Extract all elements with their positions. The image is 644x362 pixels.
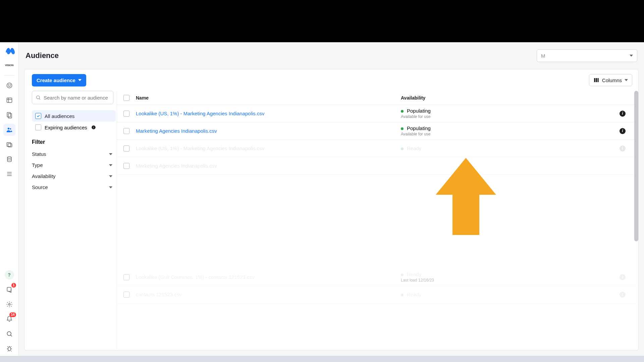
badge-count: 14: [9, 312, 16, 317]
columns-label: Columns: [602, 77, 622, 83]
status-dot-icon: [401, 294, 404, 296]
status-dot-icon: [401, 147, 404, 150]
nav-billing-icon[interactable]: [3, 138, 15, 150]
table-row[interactable]: Lookalike (US, 1%) - Marketing Agencies …: [117, 140, 638, 157]
nav-campaigns-icon[interactable]: [3, 94, 15, 106]
chevron-down-icon: [109, 186, 112, 188]
chevron-down-icon: [109, 164, 112, 166]
select-all-checkbox[interactable]: [123, 95, 129, 101]
svg-rect-4: [7, 113, 10, 117]
chevron-down-icon: [625, 79, 628, 81]
table-row[interactable]: Marketing Agencies Indianapolis.csvPopul…: [117, 122, 638, 140]
table-row[interactable]: Lookalike (Gulf Countries, 1%) - contact…: [117, 268, 638, 286]
status-dot-icon: [401, 274, 404, 276]
columns-button[interactable]: Columns: [589, 74, 632, 86]
filter-status[interactable]: Status: [32, 148, 112, 160]
column-header-name[interactable]: Name: [136, 95, 401, 101]
svg-point-14: [8, 347, 10, 351]
chevron-down-icon: [109, 175, 112, 177]
chevron-down-icon: [630, 55, 633, 57]
audience-set-expiring[interactable]: Expiring audiences i: [32, 122, 116, 133]
info-icon[interactable]: i: [620, 274, 626, 280]
svg-rect-3: [7, 98, 12, 102]
nav-search-icon[interactable]: [3, 328, 15, 340]
search-icon: [36, 95, 41, 100]
info-icon[interactable]: i: [620, 145, 626, 152]
row-checkbox[interactable]: [123, 145, 129, 152]
status-subtext: Available for use: [401, 132, 620, 136]
svg-point-12: [8, 304, 10, 305]
filter-label: Availability: [32, 173, 56, 179]
filter-source[interactable]: Source: [32, 182, 112, 193]
nav-overview-icon[interactable]: [3, 79, 15, 92]
nav-account-quality-icon[interactable]: 1: [3, 284, 15, 296]
ad-account-dropdown-text: M: [541, 53, 545, 59]
checkbox-checked-icon: [35, 113, 41, 119]
table-row[interactable]: contacts 121523.csvReadyi: [117, 286, 638, 303]
filter-type[interactable]: Type: [32, 160, 112, 171]
help-chip-icon[interactable]: ?: [5, 270, 14, 280]
columns-icon: [593, 77, 599, 83]
create-audience-button[interactable]: Create audience: [32, 74, 86, 86]
filter-availability[interactable]: Availability: [32, 171, 112, 182]
browser-top-black-bar: [0, 0, 644, 42]
info-icon[interactable]: i: [620, 292, 626, 298]
info-icon[interactable]: i: [620, 111, 626, 117]
row-checkbox[interactable]: [123, 128, 129, 134]
vertical-scrollbar[interactable]: [634, 91, 638, 241]
info-icon[interactable]: i: [620, 128, 626, 134]
status-text: Ready: [407, 272, 421, 277]
table-row[interactable]: Lookalike (US, 1%) - Marketing Agencies …: [117, 105, 638, 122]
audience-set-all[interactable]: All audiences: [32, 110, 116, 122]
svg-point-10: [7, 157, 11, 159]
ad-account-dropdown[interactable]: M: [537, 49, 637, 62]
audience-set-all-label: All audiences: [45, 113, 74, 119]
audience-name-link[interactable]: Lookalike (US, 1%) - Marketing Agencies …: [136, 111, 265, 116]
status-text: Ready: [407, 292, 421, 297]
svg-point-0: [7, 83, 12, 88]
nav-settings-icon[interactable]: [3, 298, 15, 310]
filter-label: Source: [32, 184, 48, 190]
audience-set-expiring-label: Expiring audiences: [45, 125, 87, 130]
nav-notifications-icon[interactable]: 14: [3, 313, 15, 325]
svg-text:i: i: [93, 126, 94, 129]
panel-toolbar: Create audience Columns: [24, 69, 638, 91]
search-input[interactable]: [44, 95, 110, 101]
search-container[interactable]: [32, 91, 113, 104]
nav-audiences-icon[interactable]: [3, 124, 15, 136]
svg-rect-15: [594, 78, 595, 82]
audiences-table: Name Availability Lookalike (US, 1%) - M…: [117, 91, 638, 350]
audience-name-link[interactable]: contacts 121523.csv: [136, 292, 182, 297]
badge-count: 1: [11, 283, 16, 288]
status-subtext: Last load 12/16/23: [401, 278, 620, 283]
left-navigation-rail: VISION ? 1: [0, 42, 19, 356]
svg-rect-5: [8, 114, 11, 118]
row-checkbox[interactable]: [123, 163, 129, 169]
svg-rect-11: [7, 287, 11, 291]
status-dot-icon: [401, 110, 404, 113]
audience-name-link[interactable]: Marketing Agencies Indianapolis.csv: [136, 163, 217, 169]
svg-rect-16: [596, 78, 597, 82]
nav-all-tools-icon[interactable]: [3, 168, 15, 180]
create-audience-label: Create audience: [37, 77, 75, 83]
audience-name-link[interactable]: Lookalike (US, 1%) - Marketing Agencies …: [136, 145, 265, 151]
column-header-availability[interactable]: Availability: [401, 95, 620, 101]
table-row[interactable]: Marketing Agencies Indianapolis.csv: [117, 157, 638, 175]
nav-events-icon[interactable]: [3, 153, 15, 165]
status-text: Ready: [407, 145, 421, 151]
nav-ads-reporting-icon[interactable]: [3, 109, 15, 121]
status-text: Populating: [407, 125, 431, 131]
row-checkbox[interactable]: [123, 274, 129, 280]
audience-name-link[interactable]: Marketing Agencies Indianapolis.csv: [136, 128, 217, 134]
svg-rect-17: [598, 78, 599, 82]
filter-heading: Filter: [32, 139, 113, 145]
svg-point-2: [10, 85, 10, 85]
audience-name-link[interactable]: Lookalike (Gulf Countries, 1%) - contact…: [136, 274, 255, 280]
svg-point-1: [8, 85, 9, 85]
row-checkbox[interactable]: [123, 292, 129, 298]
nav-bug-report-icon[interactable]: [3, 343, 15, 355]
meta-logo-icon[interactable]: [4, 46, 15, 56]
svg-point-7: [10, 128, 11, 130]
business-brand-chip[interactable]: VISION: [3, 61, 15, 69]
row-checkbox[interactable]: [123, 111, 129, 117]
